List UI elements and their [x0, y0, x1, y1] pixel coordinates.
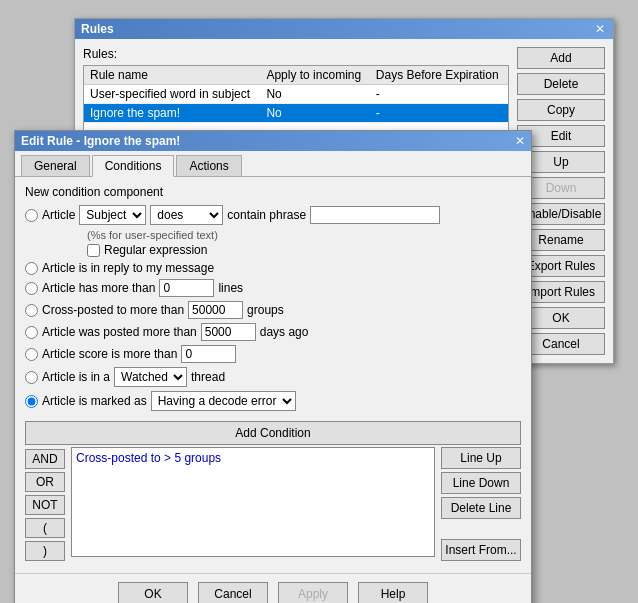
- table-row[interactable]: Ignore the spam!No-: [84, 104, 508, 123]
- conditions-list-section: AND OR NOT ( ) Cross-posted to > 5 group…: [25, 447, 521, 561]
- close-paren-button[interactable]: ): [25, 541, 65, 561]
- cancel-button[interactable]: Cancel: [198, 582, 268, 603]
- crosspost-input[interactable]: [188, 301, 243, 319]
- open-paren-button[interactable]: (: [25, 518, 65, 538]
- label-score: Article score is more than: [42, 347, 177, 361]
- conditions-list-box[interactable]: Cross-posted to > 5 groups: [71, 447, 435, 557]
- condition-posted-row: Article was posted more than days ago: [25, 323, 521, 341]
- col-apply: Apply to incoming: [260, 66, 369, 85]
- rules-table: Rule name Apply to incoming Days Before …: [84, 66, 508, 123]
- radio-reply[interactable]: [25, 262, 38, 275]
- rules-titlebar: Rules ✕: [75, 19, 613, 39]
- delete-button[interactable]: Delete: [517, 73, 605, 95]
- rules-close-button[interactable]: ✕: [593, 22, 607, 36]
- hint-area: (%s for user-specified text) Regular exp…: [87, 229, 521, 257]
- condition-article-row: Article Subject From To Body does does n…: [25, 205, 521, 225]
- subject-select[interactable]: Subject From To Body: [79, 205, 146, 225]
- does-select[interactable]: does does not: [150, 205, 223, 225]
- radio-article[interactable]: [25, 209, 38, 222]
- delete-line-button[interactable]: Delete Line: [441, 497, 521, 519]
- condition-score-row: Article score is more than: [25, 345, 521, 363]
- regex-checkbox[interactable]: [87, 244, 100, 257]
- phrase-input[interactable]: [310, 206, 440, 224]
- marked-as-select[interactable]: Having a decode error Read Unread Starre…: [151, 391, 296, 411]
- regex-label: Regular expression: [104, 243, 207, 257]
- radio-is-in[interactable]: [25, 371, 38, 384]
- line-down-button[interactable]: Line Down: [441, 472, 521, 494]
- tab-conditions[interactable]: Conditions: [92, 155, 175, 177]
- tab-general[interactable]: General: [21, 155, 90, 176]
- radio-posted[interactable]: [25, 326, 38, 339]
- regex-row: Regular expression: [87, 243, 521, 257]
- label-marked: Article is marked as: [42, 394, 147, 408]
- label-crosspost: Cross-posted to more than: [42, 303, 184, 317]
- unit-days-ago: days ago: [260, 325, 309, 339]
- radio-marked[interactable]: [25, 395, 38, 408]
- col-days: Days Before Expiration: [370, 66, 508, 85]
- label-is-in: Article is in a: [42, 370, 110, 384]
- radio-score[interactable]: [25, 348, 38, 361]
- condition-reply-row: Article is in reply to my message: [25, 261, 521, 275]
- insert-from-button[interactable]: Insert From...: [441, 539, 521, 561]
- add-condition-button[interactable]: Add Condition: [25, 421, 521, 445]
- hint-text: (%s for user-specified text): [87, 229, 521, 241]
- lines-input[interactable]: [159, 279, 214, 297]
- contain-phrase-label: contain phrase: [227, 208, 306, 222]
- and-button[interactable]: AND: [25, 449, 65, 469]
- condition-lines-row: Article has more than lines: [25, 279, 521, 297]
- ok-button[interactable]: OK: [118, 582, 188, 603]
- list-item: Cross-posted to > 5 groups: [74, 450, 432, 466]
- add-button[interactable]: Add: [517, 47, 605, 69]
- condition-crosspost-row: Cross-posted to more than groups: [25, 301, 521, 319]
- conditions-content: New condition component Article Subject …: [15, 177, 531, 569]
- dialog-footer: OK Cancel Apply Help: [15, 573, 531, 603]
- label-article: Article: [42, 208, 75, 222]
- condition-options: Article Subject From To Body does does n…: [25, 205, 521, 411]
- unit-thread: thread: [191, 370, 225, 384]
- edit-rule-window: Edit Rule - Ignore the spam! ✕ General C…: [14, 130, 532, 603]
- thread-type-select[interactable]: Watched Ignored: [114, 367, 187, 387]
- unit-groups: groups: [247, 303, 284, 317]
- side-buttons: Line Up Line Down Delete Line Insert Fro…: [441, 447, 521, 561]
- label-lines: Article has more than: [42, 281, 155, 295]
- copy-button[interactable]: Copy: [517, 99, 605, 121]
- rules-title: Rules: [81, 22, 114, 36]
- tabs-bar: General Conditions Actions: [15, 151, 531, 177]
- help-button[interactable]: Help: [358, 582, 428, 603]
- edit-rule-close-button[interactable]: ✕: [515, 134, 525, 148]
- edit-rule-title: Edit Rule - Ignore the spam!: [21, 134, 180, 148]
- or-button[interactable]: OR: [25, 472, 65, 492]
- label-posted: Article was posted more than: [42, 325, 197, 339]
- radio-lines[interactable]: [25, 282, 38, 295]
- condition-marked-row: Article is marked as Having a decode err…: [25, 391, 521, 411]
- rules-label: Rules:: [83, 47, 509, 61]
- table-row[interactable]: User-specified word in subjectNo-: [84, 85, 508, 104]
- posted-input[interactable]: [201, 323, 256, 341]
- edit-rule-titlebar: Edit Rule - Ignore the spam! ✕: [15, 131, 531, 151]
- unit-lines: lines: [218, 281, 243, 295]
- logic-buttons-container: AND OR NOT ( ): [25, 447, 65, 561]
- line-up-button[interactable]: Line Up: [441, 447, 521, 469]
- col-rule-name: Rule name: [84, 66, 260, 85]
- section-label: New condition component: [25, 185, 521, 199]
- condition-is-in-row: Article is in a Watched Ignored thread: [25, 367, 521, 387]
- tab-actions[interactable]: Actions: [176, 155, 241, 176]
- label-reply: Article is in reply to my message: [42, 261, 214, 275]
- not-button[interactable]: NOT: [25, 495, 65, 515]
- apply-button[interactable]: Apply: [278, 582, 348, 603]
- radio-crosspost[interactable]: [25, 304, 38, 317]
- score-input[interactable]: [181, 345, 236, 363]
